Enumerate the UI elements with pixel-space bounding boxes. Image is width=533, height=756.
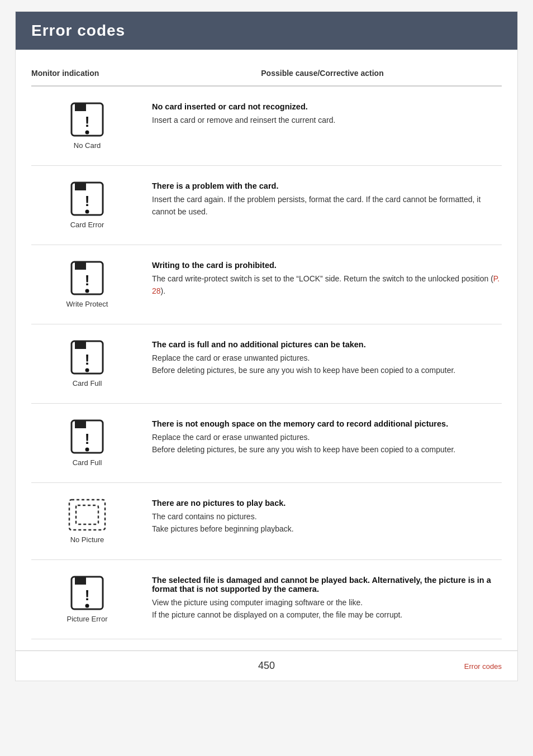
- page: Error codes Monitor indication Possible …: [15, 11, 518, 681]
- table-row: ! Write ProtectWriting to the card is pr…: [31, 245, 502, 324]
- error-body: The card write-protect switch is set to …: [152, 273, 502, 297]
- content-cell: There are no pictures to play back.The c…: [143, 494, 502, 539]
- icon-label: Card Full: [73, 379, 102, 387]
- card-icon: !: [70, 261, 104, 298]
- table-row: ! Card FullThe card is full and no addit…: [31, 324, 502, 404]
- page-ref-link[interactable]: P. 28: [152, 274, 499, 295]
- content-cell: The card is full and no additional pictu…: [143, 336, 502, 381]
- indicator-cell: No Picture: [31, 494, 143, 548]
- content-cell: No card inserted or card not recognized.…: [143, 98, 502, 131]
- error-title: Writing to the card is prohibited.: [152, 261, 502, 270]
- card-icon: !: [70, 181, 104, 218]
- page-header: Error codes: [16, 12, 517, 50]
- svg-point-7: [85, 210, 89, 214]
- icon-label: No Picture: [70, 535, 104, 544]
- svg-rect-21: [76, 505, 98, 524]
- svg-text:!: !: [85, 113, 90, 130]
- svg-text:!: !: [85, 587, 90, 604]
- error-title: No card inserted or card not recognized.: [152, 102, 502, 111]
- svg-point-15: [85, 369, 89, 372]
- icon-label: Write Protect: [66, 300, 108, 308]
- error-title: There are no pictures to play back.: [152, 499, 502, 508]
- error-body: Replace the card or erase unwanted pictu…: [152, 432, 502, 456]
- svg-text:!: !: [85, 193, 90, 209]
- page-footer: 450 Error codes: [16, 650, 517, 681]
- indicator-cell: ! Card Error: [31, 177, 143, 233]
- table-row: No PictureThere are no pictures to play …: [31, 483, 502, 560]
- content-cell: There is not enough space on the memory …: [143, 415, 502, 460]
- content-cell: The selected file is damaged and cannot …: [143, 571, 502, 625]
- indicator-cell: ! Write Protect: [31, 256, 143, 313]
- error-title: There is a problem with the card.: [152, 181, 502, 190]
- error-body: Insert a card or remove and reinsert the…: [152, 114, 502, 127]
- card-icon: !: [70, 576, 104, 613]
- error-body: Replace the card or erase unwanted pictu…: [152, 352, 502, 376]
- footer-link[interactable]: Error codes: [464, 662, 502, 671]
- icon-label: No Card: [74, 141, 101, 150]
- indicator-cell: ! Picture Error: [31, 571, 143, 628]
- page-title: Error codes: [31, 22, 502, 40]
- svg-rect-23: [75, 577, 86, 585]
- error-table: Monitor indication Possible cause/Correc…: [16, 61, 517, 639]
- error-title: The selected file is damaged and cannot …: [152, 576, 502, 594]
- indicator-cell: ! Card Full: [31, 336, 143, 392]
- svg-text:!: !: [85, 272, 90, 289]
- error-title: The card is full and no additional pictu…: [152, 340, 502, 349]
- table-row: ! Card ErrorThere is a problem with the …: [31, 166, 502, 245]
- table-header-row: Monitor indication Possible cause/Correc…: [31, 61, 502, 87]
- card-icon: !: [70, 102, 104, 139]
- error-body: View the picture using computer imaging …: [152, 597, 502, 621]
- content-cell: There is a problem with the card.Insert …: [143, 177, 502, 222]
- error-body: The card contains no pictures.Take pictu…: [152, 511, 502, 535]
- icon-label: Card Full: [73, 458, 102, 467]
- svg-point-25: [85, 604, 89, 608]
- svg-point-19: [85, 448, 89, 452]
- svg-rect-1: [75, 103, 86, 111]
- svg-rect-9: [75, 262, 86, 270]
- col-header-action: Possible cause/Corrective action: [143, 69, 502, 78]
- card-icon: !: [70, 419, 104, 456]
- indicator-cell: ! No Card: [31, 98, 143, 154]
- error-body: Insert the card again. If the problem pe…: [152, 194, 502, 218]
- page-number: 450: [188, 660, 345, 672]
- icon-label: Picture Error: [67, 615, 108, 623]
- svg-rect-13: [75, 341, 86, 349]
- svg-rect-17: [75, 420, 86, 428]
- svg-text:!: !: [85, 351, 90, 368]
- col-header-indicator: Monitor indication: [31, 69, 143, 78]
- card-icon: !: [70, 340, 104, 377]
- table-row: ! Picture ErrorThe selected file is dama…: [31, 560, 502, 639]
- indicator-cell: ! Card Full: [31, 415, 143, 471]
- svg-rect-5: [75, 183, 86, 190]
- no-picture-icon: [68, 499, 106, 533]
- table-row: ! No CardNo card inserted or card not re…: [31, 87, 502, 166]
- icon-label: Card Error: [70, 221, 104, 229]
- svg-point-11: [85, 289, 89, 293]
- content-cell: Writing to the card is prohibited.The ca…: [143, 256, 502, 302]
- svg-point-3: [85, 131, 89, 135]
- error-title: There is not enough space on the memory …: [152, 419, 502, 428]
- svg-text:!: !: [85, 430, 90, 447]
- table-row: ! Card FullThere is not enough space on …: [31, 404, 502, 483]
